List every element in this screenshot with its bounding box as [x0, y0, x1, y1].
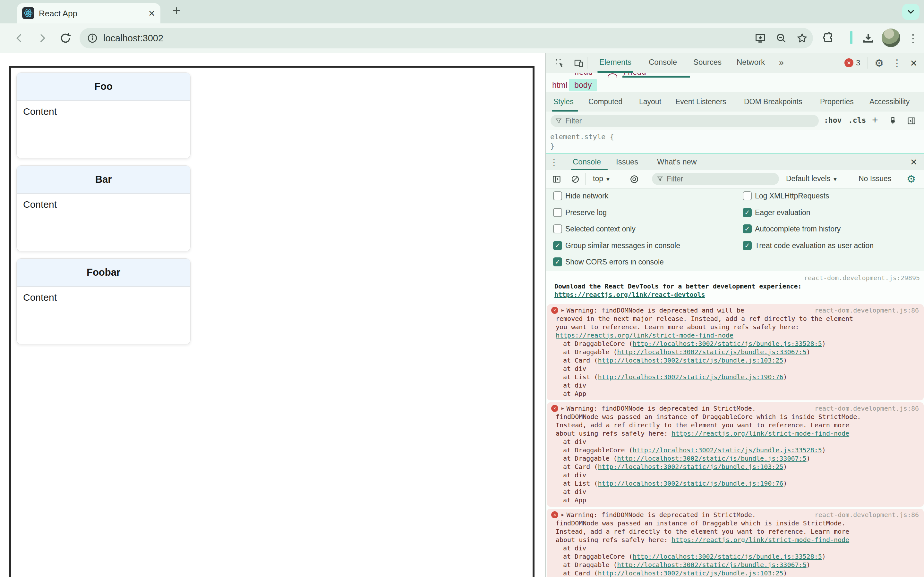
live-expression-eye-icon[interactable]	[628, 173, 640, 185]
site-info-icon[interactable]	[86, 31, 99, 45]
expand-caret-icon[interactable]: ▶	[561, 404, 564, 413]
stack-link[interactable]: http://localhost:3002/static/js/bundle.j…	[598, 569, 783, 577]
install-app-icon[interactable]	[753, 31, 767, 45]
browser-menu-kebab-icon[interactable]: ⋮	[905, 30, 921, 47]
extensions-puzzle-icon[interactable]	[820, 30, 837, 47]
tab-close-icon[interactable]: ✕	[147, 8, 157, 19]
console-filter-input[interactable]: Filter	[652, 173, 779, 185]
source-location-link[interactable]: react-dom.development.js:86	[814, 404, 919, 413]
stack-link[interactable]: http://localhost:3002/static/js/bundle.j…	[633, 553, 822, 560]
checkbox-label: Show CORS errors in console	[565, 258, 664, 266]
drawer-tab-issues[interactable]: Issues	[616, 157, 638, 166]
context-selector[interactable]: top ▼	[593, 174, 611, 183]
reload-button[interactable]	[58, 31, 73, 46]
inspect-element-icon[interactable]	[553, 57, 566, 69]
bookmark-star-icon[interactable]	[795, 31, 809, 45]
devtools-tab-console[interactable]: Console	[649, 58, 677, 67]
checkbox-log-xmlhttprequests[interactable]	[743, 191, 752, 200]
subtab-computed[interactable]: Computed	[588, 97, 622, 106]
expand-caret-icon[interactable]: ▶	[561, 306, 564, 314]
card-content: Content	[17, 287, 190, 303]
clear-console-icon[interactable]	[569, 173, 582, 185]
stack-link[interactable]: http://localhost:3002/static/js/bundle.j…	[633, 446, 822, 454]
back-button[interactable]	[11, 31, 27, 46]
devtools-tab-elements[interactable]: Elements	[599, 58, 632, 67]
expand-caret-icon[interactable]: ▶	[561, 511, 564, 519]
devtools-link[interactable]: https://reactjs.org/link/react-devtools	[554, 291, 705, 298]
subtab-accessibility[interactable]: Accessibility	[869, 97, 909, 106]
card-foobar[interactable]: Foobar Content	[16, 258, 191, 344]
stack-link[interactable]: http://localhost:3002/static/js/bundle.j…	[633, 340, 822, 348]
card-bar[interactable]: Bar Content	[16, 165, 191, 251]
zoom-out-icon[interactable]	[774, 31, 788, 45]
subtab-styles[interactable]: Styles	[553, 97, 573, 106]
element-style-block[interactable]: element.style { }	[546, 130, 924, 154]
more-tabs-icon[interactable]: »	[779, 58, 784, 68]
console-warning-message[interactable]: ✕▶Warning: findDOMNode is deprecated in …	[547, 509, 924, 577]
checkbox-eager-evaluation[interactable]: ✓	[743, 208, 752, 217]
checkbox-group-similar-messages-in-console[interactable]: ✓	[553, 241, 562, 250]
checkbox-selected-context-only[interactable]	[553, 224, 562, 234]
drawer-tab-console[interactable]: Console	[573, 157, 601, 166]
stack-link[interactable]: https://reactjs.org/link/strict-mode-fin…	[672, 536, 849, 544]
stack-link[interactable]: https://reactjs.org/link/strict-mode-fin…	[556, 332, 733, 339]
stack-link[interactable]: http://localhost:3002/static/js/bundle.j…	[598, 373, 783, 381]
stack-link[interactable]: https://reactjs.org/link/strict-mode-fin…	[672, 430, 849, 437]
device-toolbar-icon[interactable]	[572, 57, 585, 69]
url-text[interactable]: localhost:3002	[103, 33, 163, 44]
new-style-rule-plus-icon[interactable]: +	[872, 114, 878, 126]
devtools-tab-network[interactable]: Network	[737, 58, 765, 67]
drawer-close-icon[interactable]: ✕	[908, 156, 919, 168]
forward-button[interactable]	[35, 31, 50, 46]
console-settings-gear-icon[interactable]: ⚙	[905, 172, 918, 185]
window-chevron-button[interactable]	[902, 4, 919, 20]
issues-counter[interactable]: No Issues	[859, 174, 891, 183]
checkbox-treat-code-evaluation-as-user-action[interactable]: ✓	[743, 241, 752, 250]
log-levels-dropdown[interactable]: Default levels ▼	[786, 174, 838, 183]
subtab-event-listeners[interactable]: Event Listeners	[675, 97, 726, 106]
stack-link[interactable]: http://localhost:3002/static/js/bundle.j…	[598, 356, 783, 364]
drawer-kebab-icon[interactable]: ⋮	[549, 156, 559, 168]
download-icon[interactable]	[860, 30, 877, 47]
console-warning-message[interactable]: ✕▶Warning: findDOMNode is deprecated in …	[547, 402, 924, 507]
checkbox-autocomplete-from-history[interactable]: ✓	[743, 224, 752, 234]
address-bar[interactable]: localhost:3002	[79, 28, 813, 48]
subtab-properties[interactable]: Properties	[820, 97, 854, 106]
source-location-link[interactable]: react-dom.development.js:29895	[804, 274, 920, 282]
stack-link[interactable]: http://localhost:3002/static/js/bundle.j…	[617, 455, 806, 462]
class-toggle[interactable]: .cls	[848, 116, 866, 124]
checkbox-preserve-log[interactable]	[553, 208, 562, 217]
stack-link[interactable]: http://localhost:3002/static/js/bundle.j…	[617, 561, 806, 569]
drawer-tab-whats-new[interactable]: What's new	[657, 157, 696, 166]
error-badge-icon[interactable]: ✕	[845, 58, 853, 67]
error-count[interactable]: 3	[856, 58, 860, 67]
styles-filter-input[interactable]: Filter	[551, 115, 819, 127]
stack-link[interactable]: http://localhost:3002/static/js/bundle.j…	[598, 480, 783, 487]
toggle-sidebar-icon[interactable]	[905, 115, 918, 127]
devtools-kebab-icon[interactable]: ⋮	[891, 57, 903, 69]
card-foo[interactable]: Foo Content	[16, 73, 191, 158]
devtools-settings-gear-icon[interactable]: ⚙	[873, 57, 885, 69]
devtools-close-icon[interactable]: ✕	[907, 57, 920, 69]
new-tab-button[interactable]: +	[170, 4, 184, 18]
message-text: )	[822, 553, 826, 560]
devtools-tab-sources[interactable]: Sources	[693, 58, 722, 67]
subtab-dom-breakpoints[interactable]: DOM Breakpoints	[744, 97, 803, 106]
checkbox-show-cors-errors-in-console[interactable]: ✓	[553, 258, 562, 266]
source-location-link[interactable]: react-dom.development.js:86	[814, 306, 919, 314]
checkbox-label: Preserve log	[565, 208, 607, 217]
message-text: at Card (	[563, 463, 598, 471]
avatar[interactable]	[882, 29, 900, 47]
console-warning-message[interactable]: ✕▶Warning: findDOMNode is deprecated and…	[547, 304, 924, 400]
brush-icon[interactable]	[887, 115, 899, 127]
pseudo-state-toggle[interactable]: :hov	[824, 116, 842, 124]
browser-tab[interactable]: React App ✕	[17, 3, 160, 23]
stack-link[interactable]: http://localhost:3002/static/js/bundle.j…	[617, 348, 806, 356]
stack-link[interactable]: http://localhost:3002/static/js/bundle.j…	[598, 463, 783, 471]
source-location-link[interactable]: react-dom.development.js:86	[814, 511, 919, 519]
console-sidebar-icon[interactable]	[551, 173, 563, 185]
checkbox-hide-network[interactable]	[553, 191, 562, 200]
breadcrumb-html[interactable]: html	[552, 81, 567, 90]
breadcrumb-body-selected[interactable]: body	[569, 79, 597, 91]
subtab-layout[interactable]: Layout	[639, 97, 661, 106]
